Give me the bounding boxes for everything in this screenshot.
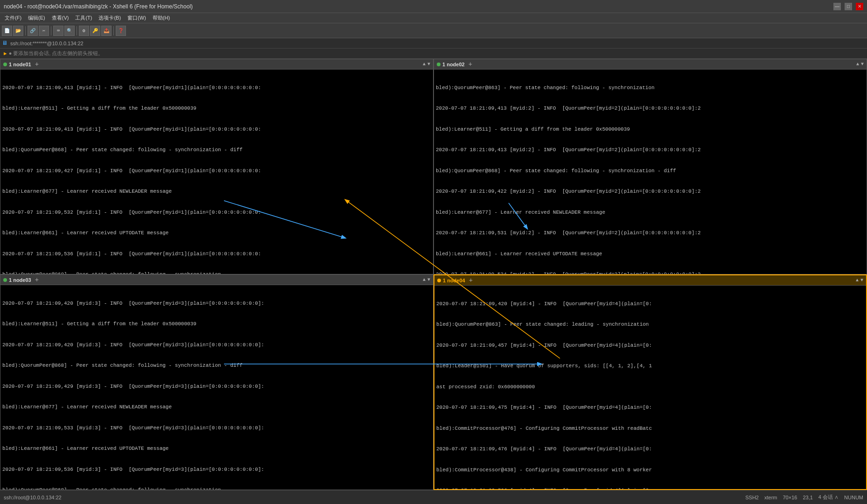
status-size: 70×16 — [783, 495, 797, 500]
terminal-pane-node03: 1 node03 + ▲ ▼ 2020-07-07 18:21:09,420 [… — [0, 274, 434, 490]
log-line: 2020-07-07 18:21:09,420 [myid:3] - INFO … — [2, 300, 431, 307]
session-icon: 🖥 — [2, 40, 7, 47]
toolbar: 📄 📂 🔗 ✂ ⌨ 🔍 ⚙ 🔑 📤 ❓ — [0, 23, 867, 38]
log-line: 2020-07-07 18:21:09,534 [myid:2] - INFO … — [436, 271, 865, 274]
log-line: bled):Learner@661] - Learner received UP… — [2, 230, 431, 237]
tab-label-node04: 1 node04 — [443, 278, 465, 283]
log-line: bled):QuorumPeer@868] - Peer state chang… — [2, 271, 431, 274]
tab-label-node02: 1 node02 — [442, 62, 465, 67]
hint-bar: ▶ ● 要添加当前会话, 点击左侧的箭头按钮。 — [0, 49, 867, 59]
main-area: 1 node01 + ▲ ▼ 2020-07-07 18:21:09,413 [… — [0, 59, 867, 490]
status-bar: ssh://root@10.0.0.134:22 SSH2 xterm 70×1… — [0, 490, 867, 504]
tab-add-button-node03[interactable]: + — [35, 276, 39, 284]
menu-help[interactable]: 帮助(H) — [150, 14, 173, 22]
log-line: 2020-07-07 18:21:09,427 [myid:1] - INFO … — [2, 168, 431, 175]
toolbar-search[interactable]: 🔍 — [64, 26, 75, 36]
toolbar-disconnect[interactable]: ✂ — [39, 26, 49, 36]
menu-view[interactable]: 查看(V) — [49, 14, 72, 22]
log-line: bled):Learner@511] - Getting a diff from… — [2, 321, 431, 328]
maximize-button[interactable]: □ — [845, 3, 852, 10]
tab-label-node01: 1 node01 — [9, 62, 31, 67]
tab-active-dot-node03 — [3, 278, 7, 282]
toolbar-sep3 — [77, 26, 77, 35]
log-line: bled):Learner@677] - Learner received NE… — [2, 188, 431, 195]
tab-add-button-node02[interactable]: + — [468, 61, 472, 68]
log-line: bled):CommitProcessor@438] - Configuring… — [436, 467, 864, 474]
close-button[interactable]: ✕ — [856, 3, 863, 10]
pane2-scroll-up[interactable]: ▲ — [856, 62, 859, 67]
log-line: 2020-07-07 18:21:09,532 [myid:1] - INFO … — [2, 209, 431, 216]
terminal-pane-node01: 1 node01 + ▲ ▼ 2020-07-07 18:21:09,413 [… — [0, 59, 434, 274]
menu-tabs[interactable]: 选项卡(B) — [96, 14, 124, 22]
tab-add-button-node04[interactable]: + — [469, 277, 473, 284]
pane-content-node03[interactable]: 2020-07-07 18:21:09,420 [myid:3] - INFO … — [0, 285, 433, 490]
log-line: bled):QuorumPeer@863] - Peer state chang… — [436, 84, 865, 91]
log-line: 2020-07-07 18:21:09,457 [myid:4] - INFO … — [436, 342, 864, 349]
log-line: 2020-07-07 18:21:09,475 [myid:4] - INFO … — [436, 404, 864, 411]
toolbar-key[interactable]: 🔑 — [90, 26, 100, 36]
status-terminal: xterm — [764, 495, 777, 500]
toolbar-open[interactable]: 📂 — [13, 26, 23, 36]
log-line: 2020-07-07 18:21:09,531 [myid:2] - INFO … — [436, 230, 865, 237]
toolbar-cmd[interactable]: ⌨ — [53, 26, 63, 36]
pane3-scroll-up[interactable]: ▲ — [423, 277, 426, 282]
status-ssh: SSH2 — [745, 495, 759, 500]
log-line: bled):Leader@1501] - Have quorum of supp… — [436, 363, 864, 370]
minimize-button[interactable]: — — [833, 3, 841, 10]
log-line: 2020-07-07 18:21:09,429 [myid:3] - INFO … — [2, 383, 431, 390]
status-right-section: SSH2 xterm 70×16 23,1 4 会话 ∧ NUNUM — [745, 494, 863, 501]
status-cursor: 23,1 — [803, 495, 812, 500]
pane4-scroll-up[interactable]: ▲ — [856, 278, 859, 283]
pane-tab-node02[interactable]: 1 node02 + ▲ ▼ — [434, 59, 867, 70]
pane2-scroll-down[interactable]: ▼ — [861, 62, 864, 67]
log-line: bled):Learner@661] - Learner received UP… — [2, 445, 431, 452]
log-line: 2020-07-07 18:21:09,420 [myid:4] - INFO … — [436, 301, 864, 308]
session-address: ssh://root:*******@10.0.0.134:22 — [10, 41, 84, 46]
status-session-address: ssh://root@10.0.0.134:22 — [4, 495, 62, 500]
log-line: 2020-07-07 18:21:09,476 [myid:4] - INFO … — [436, 446, 864, 453]
log-line: bled):QuorumPeer@868] - Peer state chang… — [436, 168, 865, 175]
menu-file[interactable]: 文件(F) — [2, 14, 24, 22]
log-line: bled):Learner@677] - Learner received NE… — [436, 209, 865, 216]
log-line: 2020-07-07 18:21:09,420 [myid:3] - INFO … — [2, 342, 431, 349]
title-bar: node04 - root@node04:/var/masihibing/zk … — [0, 0, 867, 13]
status-sessions: 4 会话 ∧ — [818, 494, 839, 501]
toolbar-sep2 — [51, 26, 51, 35]
menu-window[interactable]: 窗口(W) — [125, 14, 149, 22]
session-bar: 🖥 ssh://root:*******@10.0.0.134:22 — [0, 38, 867, 49]
pane-tab-node01[interactable]: 1 node01 + ▲ ▼ — [0, 59, 433, 70]
window-controls: — □ ✕ — [833, 3, 863, 10]
pane-scroll-down[interactable]: ▼ — [427, 62, 430, 67]
pane3-scroll-down[interactable]: ▼ — [427, 277, 430, 282]
log-line: 2020-07-07 18:21:09,413 [myid:2] - INFO … — [436, 147, 865, 154]
log-line: 2020-07-07 18:21:09,533 [myid:3] - INFO … — [2, 425, 431, 432]
toolbar-transfer[interactable]: 📤 — [101, 26, 112, 36]
log-line: bled):QuorumPeer@863] - Peer state chang… — [436, 321, 864, 328]
log-line: bled):QuorumPeer@868] - Peer state chang… — [2, 362, 431, 369]
log-line: 2020-07-07 18:21:09,413 [myid:1] - INFO … — [2, 84, 431, 91]
status-nunum: NUNUM — [844, 495, 863, 500]
pane-content-node04[interactable]: 2020-07-07 18:21:09,420 [myid:4] - INFO … — [434, 286, 866, 489]
pane-scroll-up[interactable]: ▲ — [423, 62, 426, 67]
toolbar-new-session[interactable]: 📄 — [2, 26, 12, 36]
terminal-pane-node02: 1 node02 + ▲ ▼ bled):QuorumPeer@863] - P… — [434, 59, 867, 274]
log-line: ast processed zxid: 0x6000000000 — [436, 384, 864, 391]
toolbar-help[interactable]: ❓ — [116, 26, 126, 36]
log-line: 2020-07-07 18:21:09,413 [myid:2] - INFO … — [436, 105, 865, 112]
hint-arrow-icon: ▶ — [4, 50, 7, 56]
log-line: 2020-07-07 18:21:09,536 [myid:3] - INFO … — [2, 466, 431, 473]
pane-content-node02[interactable]: bled):QuorumPeer@863] - Peer state chang… — [434, 70, 867, 274]
log-line: bled):CommitProcessor@476] - Configuring… — [436, 425, 864, 432]
tab-add-button[interactable]: + — [35, 61, 39, 68]
pane-content-node01[interactable]: 2020-07-07 18:21:09,413 [myid:1] - INFO … — [0, 70, 433, 274]
menu-tools[interactable]: 工具(T) — [72, 14, 95, 22]
terminal-pane-node04: 1 node04 + ▲ ▼ 2020-07-07 18:21:09,420 [… — [434, 274, 867, 490]
window-title: node04 - root@node04:/var/masihibing/zk … — [4, 3, 193, 10]
pane-tab-node04[interactable]: 1 node04 + ▲ ▼ — [434, 275, 866, 286]
pane-tab-node03[interactable]: 1 node03 + ▲ ▼ — [0, 275, 433, 285]
log-line: bled):Learner@661] - Learner received UP… — [436, 251, 865, 258]
pane4-scroll-down[interactable]: ▼ — [860, 278, 863, 283]
toolbar-reconnect[interactable]: 🔗 — [28, 26, 38, 36]
menu-edit[interactable]: 编辑(E) — [25, 14, 48, 22]
toolbar-settings[interactable]: ⚙ — [79, 26, 89, 36]
